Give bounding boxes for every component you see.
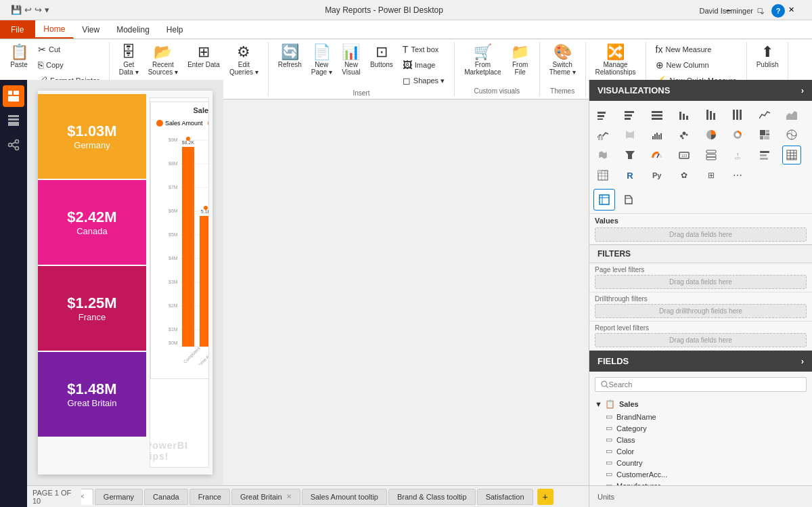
field-class[interactable]: ▭ Class — [589, 434, 812, 445]
publish-button[interactable]: ⬆ Publish — [752, 42, 783, 71]
user-expand-icon[interactable]: ⌄ — [759, 6, 766, 16]
tab-view[interactable]: View — [74, 20, 108, 39]
dropdown-icon[interactable]: ▾ — [45, 5, 49, 15]
viz-stacked-col-icon[interactable] — [702, 105, 721, 124]
viz-treemap-icon[interactable] — [755, 125, 774, 144]
manage-relationships-button[interactable]: 🔀 ManageRelationships — [591, 42, 640, 79]
viz-custom2-icon[interactable]: ⊞ — [702, 166, 721, 185]
viz-100pct-bar-icon[interactable] — [648, 105, 667, 124]
image-button[interactable]: 🖼 Image — [399, 58, 449, 72]
search-input[interactable] — [609, 380, 800, 389]
buttons-button[interactable]: ⊡ Buttons — [366, 42, 397, 71]
viz-area-icon[interactable] — [782, 105, 801, 124]
bar-chart-panel[interactable]: Sales for Top 5 Categories Sales Amount … — [150, 102, 209, 379]
sales-card-canada[interactable]: $2.42M Canada — [38, 180, 146, 265]
text-box-button[interactable]: T Text box — [399, 42, 449, 57]
sales-card-germany[interactable]: $1.03M Germany — [38, 94, 146, 179]
field-manufacturer[interactable]: ▭ Manufacturer — [589, 480, 812, 485]
switch-theme-button[interactable]: 🎨 SwitchTheme ▾ — [545, 42, 580, 79]
viz-multirow-icon[interactable] — [702, 146, 721, 164]
sales-group-header[interactable]: ▼ 📋 Sales — [589, 397, 812, 411]
viz-clustered-bar-icon[interactable] — [621, 105, 639, 124]
tab-home[interactable]: Home — [35, 20, 74, 39]
field-col-icon3: ▭ — [606, 435, 612, 444]
viz-line-icon[interactable] — [755, 105, 774, 124]
viz-filled-map-icon[interactable] — [593, 146, 612, 164]
field-category[interactable]: ▭ Category — [589, 422, 812, 434]
values-drop-zone[interactable]: Drag data fields here — [595, 227, 807, 242]
tab-sales-tooltip[interactable]: Sales Amount tooltip — [302, 489, 387, 505]
viz-100pct-col-icon[interactable] — [728, 105, 747, 124]
viz-format-paint-btn[interactable] — [618, 189, 639, 211]
viz-matrix-icon[interactable] — [593, 166, 612, 185]
edit-queries-button[interactable]: ⚙ EditQueries ▾ — [225, 42, 263, 79]
new-column-button[interactable]: ⊕ New Column — [652, 58, 741, 72]
viz-column-icon[interactable] — [675, 105, 694, 124]
viz-funnel-icon[interactable] — [621, 146, 639, 164]
sales-table-icon: 📋 — [605, 399, 615, 409]
add-page-button[interactable]: + — [537, 489, 554, 505]
field-color[interactable]: ▭ Color — [589, 445, 812, 457]
field-customeracc[interactable]: ▭ CustomerAcc... — [589, 468, 812, 480]
fields-expand-icon[interactable]: › — [801, 356, 804, 366]
paste-button[interactable]: 📋 Paste — [5, 42, 32, 71]
tab-satisfaction[interactable]: Satisfaction — [477, 489, 533, 505]
page-level-drop-zone[interactable]: Drag data fields here — [595, 275, 807, 289]
new-page-button[interactable]: 📄 NewPage ▾ — [307, 42, 336, 79]
sales-card-great-britain[interactable]: $1.48M Great Britain — [38, 352, 146, 437]
undo-icon[interactable]: ↩ — [24, 5, 32, 15]
help-icon[interactable]: ? — [771, 4, 785, 18]
new-measure-button[interactable]: fx New Measure — [652, 42, 741, 57]
viz-expand-icon[interactable]: › — [801, 85, 804, 95]
save-icon[interactable]: 💾 — [11, 5, 22, 15]
tab-modeling[interactable]: Modeling — [108, 20, 158, 39]
tab-germany[interactable]: Germany — [95, 489, 143, 505]
refresh-button[interactable]: 🔄 Refresh — [274, 42, 306, 71]
viz-ribbon-icon[interactable] — [621, 125, 639, 144]
viz-scatter-icon[interactable] — [675, 125, 694, 144]
field-brandname[interactable]: ▭ BrandName — [589, 411, 812, 422]
tab-file[interactable]: File — [0, 20, 35, 39]
viz-stacked-bar-icon[interactable] — [593, 105, 612, 124]
viz-gauge-icon[interactable] — [648, 146, 667, 164]
viz-custom1-icon[interactable]: ✿ — [675, 166, 694, 185]
viz-donut-icon[interactable] — [728, 125, 747, 144]
viz-map-icon[interactable] — [782, 125, 801, 144]
viz-card-icon[interactable]: 123 — [675, 146, 694, 164]
viz-more-icon[interactable]: ⋯ — [728, 166, 747, 185]
tab-brand-class[interactable]: Brand & Class tooltip — [388, 489, 476, 505]
sidebar-data-btn[interactable] — [3, 110, 24, 131]
viz-format-fields-btn[interactable] — [593, 189, 615, 211]
sidebar-report-btn[interactable] — [3, 85, 24, 107]
redo-icon[interactable]: ↪ — [35, 5, 42, 15]
drillthrough-drop-zone[interactable]: Drag drillthrough fields here — [595, 304, 807, 318]
values-label: Values — [595, 217, 807, 225]
viz-kpi-icon[interactable]: ↑KPI — [728, 146, 747, 164]
viz-r-icon[interactable]: R — [621, 166, 639, 185]
new-visual-button[interactable]: 📊 NewVisual — [338, 42, 365, 79]
sales-card-france[interactable]: $1.25M France — [38, 266, 146, 351]
viz-waterfall-icon[interactable] — [648, 125, 667, 144]
tab-great-britain-close[interactable]: ✕ — [286, 493, 292, 500]
viz-table-icon[interactable] — [782, 146, 801, 164]
user-name: David Iseminger — [700, 7, 753, 15]
enter-data-button[interactable]: ⊞ Enter Data — [183, 42, 224, 71]
shapes-button[interactable]: ◻ Shapes ▾ — [399, 73, 449, 88]
report-level-drop-zone[interactable]: Drag data fields here — [595, 333, 807, 347]
sidebar-model-btn[interactable] — [3, 134, 24, 156]
from-file-button[interactable]: 📁 FromFile — [507, 42, 534, 79]
field-country[interactable]: ▭ Country — [589, 457, 812, 468]
viz-python-icon[interactable]: Py — [648, 166, 667, 185]
get-data-button[interactable]: 🗄 GetData ▾ — [115, 42, 143, 79]
cut-button[interactable]: ✂ Cut — [34, 42, 104, 57]
recent-sources-button[interactable]: 📂 RecentSources ▾ — [144, 42, 182, 79]
tab-help[interactable]: Help — [158, 20, 192, 39]
viz-slicer-icon[interactable] — [755, 146, 774, 164]
tab-france[interactable]: France — [189, 489, 230, 505]
copy-button[interactable]: ⎘ Copy — [34, 58, 104, 72]
viz-line-cluster-icon[interactable] — [593, 125, 612, 144]
from-marketplace-button[interactable]: 🛒 FromMarketplace — [460, 42, 505, 79]
viz-pie-icon[interactable] — [702, 125, 721, 144]
tab-great-britain[interactable]: Great Britain ✕ — [231, 489, 300, 505]
tab-canada[interactable]: Canada — [144, 489, 188, 505]
